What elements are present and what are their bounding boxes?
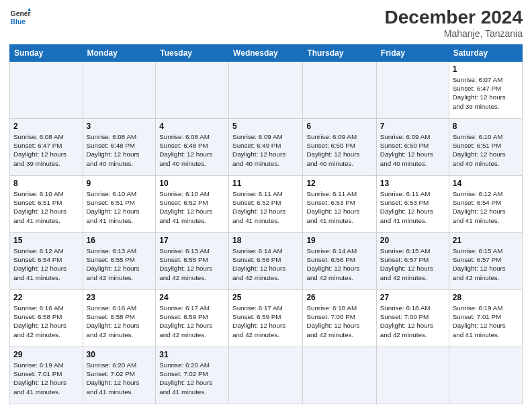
table-row	[229, 62, 303, 119]
day-number: 26	[306, 293, 372, 302]
day-info: Sunrise: 6:14 AMSunset: 6:56 PMDaylight:…	[232, 246, 299, 282]
day-number: 14	[453, 179, 519, 188]
table-row	[376, 347, 449, 404]
day-number: 24	[159, 293, 225, 302]
table-row	[10, 62, 83, 119]
table-row: 25Sunrise: 6:17 AMSunset: 6:59 PMDayligh…	[229, 290, 303, 347]
calendar-header-row: Sunday Monday Tuesday Wednesday Thursday…	[10, 45, 523, 62]
day-info: Sunrise: 6:19 AMSunset: 7:01 PMDaylight:…	[453, 304, 519, 339]
calendar-week-row: 8Sunrise: 6:10 AMSunset: 6:51 PMDaylight…	[10, 176, 523, 233]
day-number: 30	[87, 350, 152, 359]
table-row: 11Sunrise: 6:11 AMSunset: 6:52 PMDayligh…	[229, 176, 303, 233]
table-row: 5Sunrise: 6:09 AMSunset: 6:49 PMDaylight…	[229, 119, 303, 176]
calendar-week-row: 1Sunrise: 6:07 AMSunset: 6:47 PMDaylight…	[10, 62, 523, 119]
table-row: 10Sunrise: 6:10 AMSunset: 6:52 PMDayligh…	[156, 176, 229, 233]
day-info: Sunrise: 6:19 AMSunset: 7:01 PMDaylight:…	[13, 361, 79, 396]
day-number: 5	[232, 122, 299, 131]
day-info: Sunrise: 6:20 AMSunset: 7:02 PMDaylight:…	[159, 361, 225, 396]
day-info: Sunrise: 6:08 AMSunset: 6:47 PMDaylight:…	[13, 132, 79, 168]
day-info: Sunrise: 6:11 AMSunset: 6:52 PMDaylight:…	[232, 189, 299, 225]
day-info: Sunrise: 6:11 AMSunset: 6:53 PMDaylight:…	[380, 189, 445, 225]
table-row: 30Sunrise: 6:20 AMSunset: 7:02 PMDayligh…	[83, 347, 156, 404]
day-info: Sunrise: 6:11 AMSunset: 6:53 PMDaylight:…	[306, 189, 372, 225]
day-info: Sunrise: 6:17 AMSunset: 6:59 PMDaylight:…	[232, 304, 299, 339]
day-info: Sunrise: 6:12 AMSunset: 6:54 PMDaylight:…	[13, 246, 79, 282]
table-row: 24Sunrise: 6:17 AMSunset: 6:59 PMDayligh…	[156, 290, 229, 347]
day-number: 27	[380, 293, 445, 302]
day-info: Sunrise: 6:14 AMSunset: 6:56 PMDaylight:…	[306, 246, 372, 282]
table-row: 9Sunrise: 6:10 AMSunset: 6:51 PMDaylight…	[83, 176, 156, 233]
day-number: 31	[159, 350, 225, 359]
table-row: 7Sunrise: 6:09 AMSunset: 6:50 PMDaylight…	[376, 119, 449, 176]
day-info: Sunrise: 6:12 AMSunset: 6:54 PMDaylight:…	[453, 189, 519, 225]
table-row: 12Sunrise: 6:11 AMSunset: 6:53 PMDayligh…	[303, 176, 376, 233]
col-wednesday: Wednesday	[229, 45, 303, 62]
calendar-week-row: 22Sunrise: 6:16 AMSunset: 6:58 PMDayligh…	[10, 290, 523, 347]
main-container: General Blue December 2024 Mahanje, Tanz…	[0, 0, 532, 411]
table-row: 26Sunrise: 6:18 AMSunset: 7:00 PMDayligh…	[303, 290, 376, 347]
logo-icon: General Blue	[9, 7, 31, 28]
day-number: 7	[380, 122, 445, 131]
table-row	[83, 62, 156, 119]
calendar-week-row: 2Sunrise: 6:08 AMSunset: 6:47 PMDaylight…	[10, 119, 523, 176]
day-info: Sunrise: 6:15 AMSunset: 6:57 PMDaylight:…	[380, 246, 445, 282]
table-row	[303, 347, 376, 404]
day-number: 8	[13, 179, 79, 188]
day-number: 21	[453, 236, 519, 245]
day-info: Sunrise: 6:16 AMSunset: 6:58 PMDaylight:…	[13, 304, 79, 339]
title-section: December 2024 Mahanje, Tanzania	[385, 7, 523, 39]
svg-marker-2	[28, 8, 31, 11]
col-tuesday: Tuesday	[156, 45, 229, 62]
day-number: 6	[306, 122, 372, 131]
day-info: Sunrise: 6:13 AMSunset: 6:55 PMDaylight:…	[87, 246, 152, 282]
day-number: 17	[159, 236, 225, 245]
day-info: Sunrise: 6:10 AMSunset: 6:51 PMDaylight:…	[13, 189, 79, 225]
day-info: Sunrise: 6:18 AMSunset: 7:00 PMDaylight:…	[306, 304, 372, 339]
day-info: Sunrise: 6:17 AMSunset: 6:59 PMDaylight:…	[159, 304, 225, 339]
col-thursday: Thursday	[303, 45, 376, 62]
calendar-table: Sunday Monday Tuesday Wednesday Thursday…	[9, 44, 523, 404]
day-info: Sunrise: 6:08 AMSunset: 6:48 PMDaylight:…	[159, 132, 225, 168]
col-saturday: Saturday	[449, 45, 522, 62]
day-number: 10	[159, 179, 225, 188]
day-number: 19	[306, 236, 372, 245]
location: Mahanje, Tanzania	[385, 28, 523, 39]
table-row: 20Sunrise: 6:15 AMSunset: 6:57 PMDayligh…	[376, 233, 449, 290]
day-number: 9	[87, 179, 152, 188]
day-number: 2	[13, 122, 79, 131]
table-row: 28Sunrise: 6:19 AMSunset: 7:01 PMDayligh…	[449, 290, 522, 347]
table-row: 19Sunrise: 6:14 AMSunset: 6:56 PMDayligh…	[303, 233, 376, 290]
table-row	[449, 347, 522, 404]
table-row: 17Sunrise: 6:13 AMSunset: 6:55 PMDayligh…	[156, 233, 229, 290]
table-row	[376, 62, 449, 119]
day-number: 28	[453, 293, 519, 302]
table-row	[229, 347, 303, 404]
table-row: 29Sunrise: 6:19 AMSunset: 7:01 PMDayligh…	[10, 347, 83, 404]
table-row: 27Sunrise: 6:18 AMSunset: 7:00 PMDayligh…	[376, 290, 449, 347]
day-info: Sunrise: 6:13 AMSunset: 6:55 PMDaylight:…	[159, 246, 225, 282]
day-number: 13	[380, 179, 445, 188]
table-row: 6Sunrise: 6:09 AMSunset: 6:50 PMDaylight…	[303, 119, 376, 176]
day-info: Sunrise: 6:09 AMSunset: 6:49 PMDaylight:…	[232, 132, 299, 168]
svg-text:Blue: Blue	[11, 18, 26, 26]
month-year: December 2024	[385, 7, 523, 28]
col-monday: Monday	[83, 45, 156, 62]
table-row: 13Sunrise: 6:11 AMSunset: 6:53 PMDayligh…	[376, 176, 449, 233]
day-info: Sunrise: 6:10 AMSunset: 6:51 PMDaylight:…	[87, 189, 152, 225]
day-info: Sunrise: 6:09 AMSunset: 6:50 PMDaylight:…	[306, 132, 372, 168]
table-row: 16Sunrise: 6:13 AMSunset: 6:55 PMDayligh…	[83, 233, 156, 290]
day-info: Sunrise: 6:10 AMSunset: 6:51 PMDaylight:…	[453, 132, 519, 168]
day-info: Sunrise: 6:15 AMSunset: 6:57 PMDaylight:…	[453, 246, 519, 282]
day-info: Sunrise: 6:10 AMSunset: 6:52 PMDaylight:…	[159, 189, 225, 225]
day-info: Sunrise: 6:20 AMSunset: 7:02 PMDaylight:…	[87, 361, 152, 396]
table-row: 2Sunrise: 6:08 AMSunset: 6:47 PMDaylight…	[10, 119, 83, 176]
table-row: 8Sunrise: 6:10 AMSunset: 6:51 PMDaylight…	[10, 176, 83, 233]
day-info: Sunrise: 6:16 AMSunset: 6:58 PMDaylight:…	[87, 304, 152, 339]
table-row: 1Sunrise: 6:07 AMSunset: 6:47 PMDaylight…	[449, 62, 522, 119]
day-number: 4	[159, 122, 225, 131]
table-row: 21Sunrise: 6:15 AMSunset: 6:57 PMDayligh…	[449, 233, 522, 290]
table-row: 4Sunrise: 6:08 AMSunset: 6:48 PMDaylight…	[156, 119, 229, 176]
calendar-week-row: 15Sunrise: 6:12 AMSunset: 6:54 PMDayligh…	[10, 233, 523, 290]
col-sunday: Sunday	[10, 45, 83, 62]
day-number: 8	[453, 122, 519, 131]
